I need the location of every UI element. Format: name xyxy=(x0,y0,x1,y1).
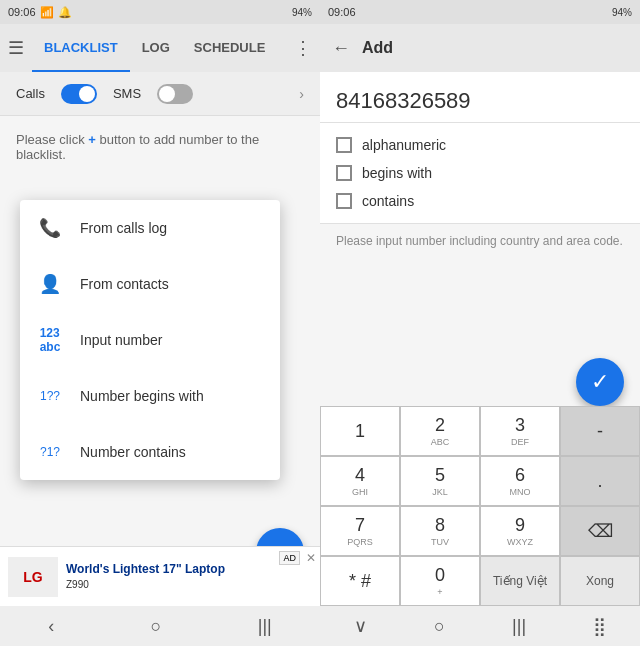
back-nav-icon[interactable]: ‹ xyxy=(48,616,54,637)
ad-logo: LG xyxy=(8,557,58,597)
toggle-chevron: › xyxy=(299,86,304,102)
status-bar-right: 09:06 94% xyxy=(320,0,640,24)
key-1[interactable]: 1 xyxy=(320,406,400,456)
calls-toggle[interactable] xyxy=(61,84,97,104)
key-period[interactable]: . xyxy=(560,456,640,506)
ad-banner: LG World's Lightest 17" Laptop Z990 AD ✕ xyxy=(0,546,320,606)
keypad-row-1: 1 2 ABC 3 DEF - xyxy=(320,406,640,456)
hamburger-icon[interactable]: ☰ xyxy=(8,37,24,59)
key-8[interactable]: 8 TUV xyxy=(400,506,480,556)
more-icon[interactable]: ⋮ xyxy=(294,37,312,59)
home-nav-icon[interactable]: ○ xyxy=(151,616,162,637)
key-3[interactable]: 3 DEF xyxy=(480,406,560,456)
popup-menu: 📞 From calls log 👤 From contacts 123abc … xyxy=(20,200,280,480)
popup-label-contains: Number contains xyxy=(80,444,186,460)
plus-hint: + xyxy=(88,132,96,147)
tab-schedule[interactable]: SCHEDULE xyxy=(182,24,278,72)
right-panel: 09:06 94% ← Add 84168326589 alphanumeric… xyxy=(320,0,640,646)
key-9[interactable]: 9 WXYZ xyxy=(480,506,560,556)
checkbox-begins-with-label: begins with xyxy=(362,165,432,181)
checkbox-contains-label: contains xyxy=(362,193,414,209)
ad-text: World's Lightest 17" Laptop Z990 xyxy=(66,562,312,591)
keypad-row-4: * # 0 + Tiếng Việt Xong xyxy=(320,556,640,606)
recents-nav-right-icon[interactable]: ||| xyxy=(512,616,526,637)
wifi-icon: 🔔 xyxy=(58,6,72,19)
battery-left: 94% xyxy=(292,7,312,18)
number-input[interactable]: 84168326589 xyxy=(320,72,640,123)
calls-log-icon: 📞 xyxy=(36,214,64,242)
calls-label: Calls xyxy=(16,86,45,101)
confirm-fab[interactable]: ✓ xyxy=(576,358,624,406)
key-2[interactable]: 2 ABC xyxy=(400,406,480,456)
key-0[interactable]: 0 + xyxy=(400,556,480,606)
checkbox-begins-with-row[interactable]: begins with xyxy=(336,159,624,187)
ad-close-icon[interactable]: ✕ xyxy=(306,551,316,565)
key-7[interactable]: 7 PQRS xyxy=(320,506,400,556)
input-number-icon: 123abc xyxy=(36,326,64,354)
keypad-row-3: 7 PQRS 8 TUV 9 WXYZ ⌫ xyxy=(320,506,640,556)
confirm-icon: ✓ xyxy=(591,369,609,395)
key-star-hash[interactable]: * # xyxy=(320,556,400,606)
empty-hint: Please click + button to add number to t… xyxy=(0,116,320,178)
tab-group: BLACKLIST LOG SCHEDULE xyxy=(32,24,286,72)
ad-tagline: World's Lightest 17" Laptop xyxy=(66,562,312,578)
begins-with-icon: 1?? xyxy=(36,382,64,410)
sms-toggle[interactable] xyxy=(157,84,193,104)
add-header: ← Add xyxy=(320,24,640,72)
popup-label-contacts: From contacts xyxy=(80,276,169,292)
keypad-row-2: 4 GHI 5 JKL 6 MNO . xyxy=(320,456,640,506)
top-bar-left: ☰ BLACKLIST LOG SCHEDULE ⋮ xyxy=(0,24,320,72)
popup-label-begins-with: Number begins with xyxy=(80,388,204,404)
key-language[interactable]: Tiếng Việt xyxy=(480,556,560,606)
home-nav-right-icon[interactable]: ○ xyxy=(434,616,445,637)
chevron-down-icon[interactable]: ∨ xyxy=(354,615,367,637)
checkbox-alphanumeric-row[interactable]: alphanumeric xyxy=(336,131,624,159)
bottom-nav-right: ∨ ○ ||| ⣿ xyxy=(320,606,640,646)
checkbox-contains-row[interactable]: contains xyxy=(336,187,624,215)
time-left: 09:06 xyxy=(8,6,36,18)
status-bar-left: 09:06 📶 🔔 94% xyxy=(0,0,320,24)
battery-right: 94% xyxy=(612,7,632,18)
checkbox-group: alphanumeric begins with contains xyxy=(320,123,640,224)
tab-log[interactable]: LOG xyxy=(130,24,182,72)
key-6[interactable]: 6 MNO xyxy=(480,456,560,506)
popup-item-begins-with[interactable]: 1?? Number begins with xyxy=(20,368,280,424)
checkbox-begins-with[interactable] xyxy=(336,165,352,181)
key-4[interactable]: 4 GHI xyxy=(320,456,400,506)
popup-item-calls-log[interactable]: 📞 From calls log xyxy=(20,200,280,256)
time-right: 09:06 xyxy=(328,6,356,18)
toggle-row: Calls SMS › xyxy=(0,72,320,116)
signal-icon: 📶 xyxy=(40,6,54,19)
back-icon[interactable]: ← xyxy=(332,38,350,59)
hint-text: Please input number including country an… xyxy=(320,224,640,258)
checkbox-alphanumeric-label: alphanumeric xyxy=(362,137,446,153)
key-minus[interactable]: - xyxy=(560,406,640,456)
sms-label: SMS xyxy=(113,86,141,101)
popup-item-input[interactable]: 123abc Input number xyxy=(20,312,280,368)
popup-label-calls-log: From calls log xyxy=(80,220,167,236)
key-backspace[interactable]: ⌫ xyxy=(560,506,640,556)
ad-model: Z990 xyxy=(66,578,312,591)
checkbox-contains[interactable] xyxy=(336,193,352,209)
popup-item-contains[interactable]: ?1? Number contains xyxy=(20,424,280,480)
popup-item-contacts[interactable]: 👤 From contacts xyxy=(20,256,280,312)
add-title: Add xyxy=(362,39,393,57)
popup-label-input: Input number xyxy=(80,332,163,348)
bottom-nav-left: ‹ ○ ||| xyxy=(0,606,320,646)
contacts-icon: 👤 xyxy=(36,270,64,298)
checkbox-alphanumeric[interactable] xyxy=(336,137,352,153)
key-done[interactable]: Xong xyxy=(560,556,640,606)
grid-icon[interactable]: ⣿ xyxy=(593,615,606,637)
left-panel: 09:06 📶 🔔 94% ☰ BLACKLIST LOG SCHEDULE ⋮… xyxy=(0,0,320,646)
contains-icon: ?1? xyxy=(36,438,64,466)
tab-blacklist[interactable]: BLACKLIST xyxy=(32,24,130,72)
ad-badge: AD xyxy=(279,551,300,565)
keypad: 1 2 ABC 3 DEF - 4 GHI 5 JKL xyxy=(320,406,640,606)
recents-nav-icon[interactable]: ||| xyxy=(258,616,272,637)
key-5[interactable]: 5 JKL xyxy=(400,456,480,506)
